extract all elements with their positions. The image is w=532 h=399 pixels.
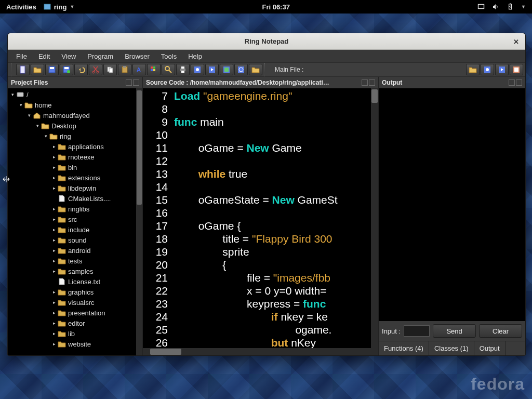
tree-arrow-icon[interactable] (35, 123, 40, 128)
tree-scrollbar[interactable] (136, 88, 142, 355)
tree-folder-include[interactable]: include (8, 224, 136, 235)
tree-folder-home[interactable]: home (8, 100, 136, 110)
copy-button[interactable] (103, 64, 117, 75)
tree-arrow-icon[interactable] (51, 321, 57, 326)
tree-folder-visualsrc[interactable]: visualsrc (8, 297, 136, 308)
tree-folder-mahmoudfayed[interactable]: mahmoudfayed (8, 110, 136, 121)
cut-button[interactable] (89, 64, 102, 75)
tree-folder-tests[interactable]: tests (8, 256, 136, 266)
run-gui-button[interactable] (220, 64, 233, 75)
mainfile-debug-button[interactable] (481, 64, 494, 75)
debug-button[interactable] (191, 64, 204, 75)
panel-float-icon[interactable] (509, 79, 515, 86)
tree-folder-bin[interactable]: bin (8, 162, 136, 172)
tree-arrow-icon[interactable] (51, 331, 57, 336)
mainfile-run-button[interactable] (495, 64, 509, 75)
save-button[interactable] (45, 64, 59, 75)
window-titlebar[interactable]: Ring Notepad ✕ (8, 33, 525, 50)
tab-output[interactable]: Output (474, 341, 506, 355)
run-button[interactable] (205, 64, 219, 75)
tree-folder-rnoteexe[interactable]: rnoteexe (8, 152, 136, 162)
tab-functions[interactable]: Functions (4) (379, 341, 429, 355)
tree-folder-ringlibs[interactable]: ringlibs (8, 204, 136, 214)
tree-folder-samples[interactable]: samples (8, 266, 136, 276)
tree-folder-libdepwin[interactable]: libdepwin (8, 183, 136, 193)
send-button[interactable]: Send (433, 324, 476, 338)
tree-arrow-icon[interactable] (51, 237, 57, 243)
clock[interactable]: Fri 06:37 (81, 3, 471, 11)
system-menu-chevron-icon[interactable]: ▼ (521, 4, 526, 9)
code-editor[interactable]: Load "gameengine.ring" func main oGame =… (171, 88, 371, 348)
panel-float-icon[interactable] (126, 79, 132, 86)
tree-folder-graphics[interactable]: graphics (8, 287, 136, 297)
tree-arrow-icon[interactable] (51, 248, 57, 253)
tree-arrow-icon[interactable] (51, 300, 57, 305)
tree-arrow-icon[interactable] (51, 185, 57, 191)
save-as-button[interactable] (60, 64, 73, 75)
open-file-button[interactable] (31, 64, 44, 75)
menu-file[interactable]: File (11, 51, 32, 61)
tree-arrow-icon[interactable] (51, 206, 57, 211)
tree-folder-src[interactable]: src (8, 214, 136, 224)
tree-arrow-icon[interactable] (51, 217, 57, 222)
battery-icon[interactable] (507, 3, 514, 10)
tree-folder-editor[interactable]: editor (8, 318, 136, 328)
panel-float-icon[interactable] (362, 79, 368, 86)
editor-vscrollbar[interactable] (371, 88, 378, 348)
tree-file-cmakelists[interactable]: CMakeLists.... (8, 193, 136, 204)
tree-folder-applications[interactable]: applications (8, 141, 136, 152)
menu-browser[interactable]: Browser (119, 51, 155, 61)
print-button[interactable] (176, 64, 190, 75)
tree-arrow-icon[interactable] (51, 310, 57, 315)
undo-button[interactable] (74, 64, 88, 75)
volume-icon[interactable] (492, 3, 499, 10)
tree-arrow-icon[interactable] (43, 134, 48, 139)
tree-arrow-icon[interactable] (51, 175, 57, 180)
tree-folder-android[interactable]: android (8, 245, 136, 256)
tree-arrow-icon[interactable] (26, 113, 32, 118)
tree-file-licensetxt[interactable]: License.txt (8, 276, 136, 287)
menu-view[interactable]: View (56, 51, 81, 61)
tree-folder-extensions[interactable]: extensions (8, 172, 136, 183)
mainfile-rungui-button[interactable] (510, 64, 523, 75)
tree-folder-sound[interactable]: sound (8, 235, 136, 245)
menu-tools[interactable]: Tools (156, 51, 182, 61)
tree-arrow-icon[interactable] (51, 144, 57, 149)
tree-arrow-icon[interactable] (51, 269, 57, 274)
tree-folder-ring[interactable]: ring (8, 131, 136, 141)
project-files-title[interactable]: Project Files (8, 77, 142, 88)
window-close-button[interactable]: ✕ (511, 36, 521, 47)
screen-icon[interactable] (477, 3, 485, 10)
find-button[interactable] (162, 64, 175, 75)
editor-hscrollbar[interactable] (143, 348, 378, 355)
colors-button[interactable] (147, 64, 161, 75)
tree-folder-desktop[interactable]: Desktop (8, 121, 136, 131)
output-view[interactable] (379, 88, 525, 321)
menu-program[interactable]: Program (82, 51, 118, 61)
output-title[interactable]: Output (379, 77, 525, 88)
menu-edit[interactable]: Edit (33, 51, 55, 61)
mainfile-field[interactable] (308, 65, 465, 74)
tree-arrow-icon[interactable] (51, 341, 57, 347)
mainfile-open-button[interactable] (466, 64, 480, 75)
tree-arrow-icon[interactable] (51, 289, 57, 295)
tree-arrow-icon[interactable] (51, 258, 57, 263)
output-input-field[interactable] (404, 325, 430, 337)
panel-close-icon[interactable] (133, 79, 139, 86)
tree-folder-[interactable]: / (8, 89, 136, 100)
clear-button[interactable]: Clear (479, 324, 522, 338)
tree-folder-lib[interactable]: lib (8, 328, 136, 339)
project-tree[interactable]: /homemahmoudfayedDesktopringapplications… (8, 88, 136, 355)
menu-help[interactable]: Help (183, 51, 207, 61)
toolbar-handle[interactable] (11, 63, 14, 76)
tree-arrow-icon[interactable] (51, 227, 57, 232)
paste-button[interactable] (118, 64, 131, 75)
tree-folder-presentation[interactable]: presentation (8, 308, 136, 318)
app-menu[interactable]: ring ▼ (44, 3, 74, 11)
new-file-button[interactable] (16, 64, 30, 75)
panel-close-icon[interactable] (516, 79, 522, 86)
panel-close-icon[interactable] (369, 79, 375, 86)
activities-button[interactable]: Activities (6, 3, 36, 11)
tree-arrow-icon[interactable] (10, 92, 15, 97)
run-web-button[interactable] (234, 64, 248, 75)
